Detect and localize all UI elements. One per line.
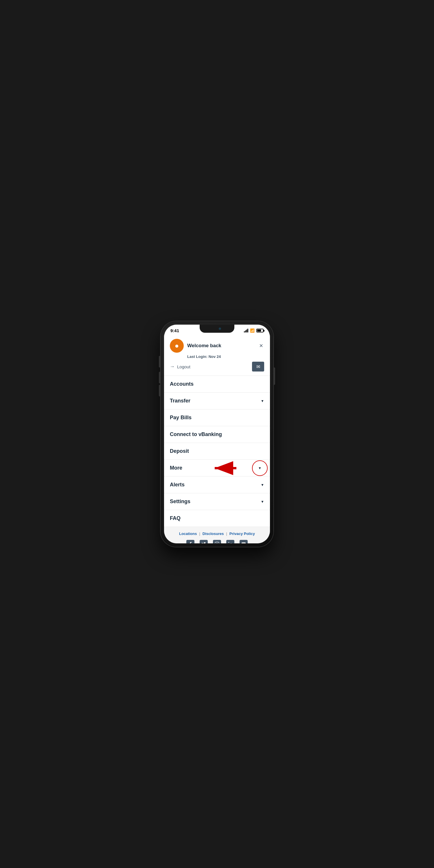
nav-label-faq: FAQ: [170, 515, 181, 521]
chevron-down-icon-alerts: ▼: [261, 483, 264, 487]
red-arrow-annotation: [212, 462, 238, 474]
header-top: ● Welcome back ×: [170, 339, 264, 353]
nav-item-transfer[interactable]: Transfer ▼: [164, 393, 270, 409]
phone-frame: 9:41 📶 ●: [161, 321, 273, 547]
phone-screen: 9:41 📶 ●: [164, 324, 270, 544]
footer-section: Locations | Disclosures | Privacy Policy: [164, 527, 270, 544]
nav-item-connect[interactable]: Connect to vBanking: [164, 426, 270, 443]
mail-button[interactable]: ✉: [252, 362, 264, 372]
nav-item-more[interactable]: More ▼: [164, 460, 270, 476]
logout-icon: →: [170, 364, 175, 370]
user-info: ● Welcome back: [170, 339, 221, 353]
nav-label-settings: Settings: [170, 498, 190, 505]
footer-links: Locations | Disclosures | Privacy Policy: [179, 531, 255, 536]
instagram-icon[interactable]: [213, 540, 221, 544]
header-bottom: → Logout ✉: [170, 362, 264, 372]
locations-link[interactable]: Locations: [179, 531, 197, 536]
nav-label-deposit: Deposit: [170, 448, 189, 454]
status-time: 9:41: [170, 328, 179, 333]
notch: [199, 324, 235, 333]
logout-label: Logout: [177, 364, 190, 369]
nav-item-settings[interactable]: Settings ▼: [164, 493, 270, 510]
signal-icon: [244, 329, 248, 333]
disclosures-link[interactable]: Disclosures: [203, 531, 224, 536]
nav-item-alerts[interactable]: Alerts ▼: [164, 476, 270, 493]
nav-label-alerts: Alerts: [170, 482, 185, 488]
chevron-down-icon-settings: ▼: [261, 500, 264, 504]
chevron-down-icon-more: ▼: [258, 466, 261, 470]
avatar: ●: [170, 339, 184, 353]
chevron-down-icon: ▼: [261, 399, 264, 403]
twitter-icon[interactable]: [199, 540, 208, 544]
nav-item-faq[interactable]: FAQ: [164, 510, 270, 527]
nav-item-pay-bills[interactable]: Pay Bills: [164, 409, 270, 426]
privacy-policy-link[interactable]: Privacy Policy: [229, 531, 255, 536]
camera-dot: [219, 328, 221, 330]
facebook-icon[interactable]: [186, 540, 194, 544]
user-icon: ●: [175, 342, 179, 350]
status-icons: 📶: [244, 329, 264, 333]
svg-point-4: [228, 542, 229, 543]
youtube-icon[interactable]: [240, 540, 248, 544]
social-icons: [186, 540, 248, 544]
logout-button[interactable]: → Logout: [170, 364, 190, 370]
circle-annotation: ▼: [252, 460, 268, 476]
mail-icon: ✉: [256, 364, 260, 370]
linkedin-icon[interactable]: [226, 540, 235, 544]
close-button[interactable]: ×: [258, 341, 264, 351]
wifi-icon: 📶: [250, 329, 255, 333]
nav-label-pay-bills: Pay Bills: [170, 414, 191, 421]
nav-item-deposit[interactable]: Deposit: [164, 443, 270, 460]
last-login-text: Last Login: Nov 24: [187, 354, 264, 359]
nav-item-accounts[interactable]: Accounts: [164, 376, 270, 393]
nav-label-connect: Connect to vBanking: [170, 431, 222, 437]
header-section: ● Welcome back × Last Login: Nov 24 → Lo…: [164, 334, 270, 376]
nav-label-transfer: Transfer: [170, 398, 190, 404]
battery-icon: [256, 329, 264, 333]
nav-label-more: More: [170, 465, 182, 471]
welcome-text: Welcome back: [187, 343, 221, 349]
footer-divider-2: |: [226, 531, 227, 536]
nav-label-accounts: Accounts: [170, 381, 193, 387]
footer-divider-1: |: [199, 531, 200, 536]
app-content: ● Welcome back × Last Login: Nov 24 → Lo…: [164, 334, 270, 544]
